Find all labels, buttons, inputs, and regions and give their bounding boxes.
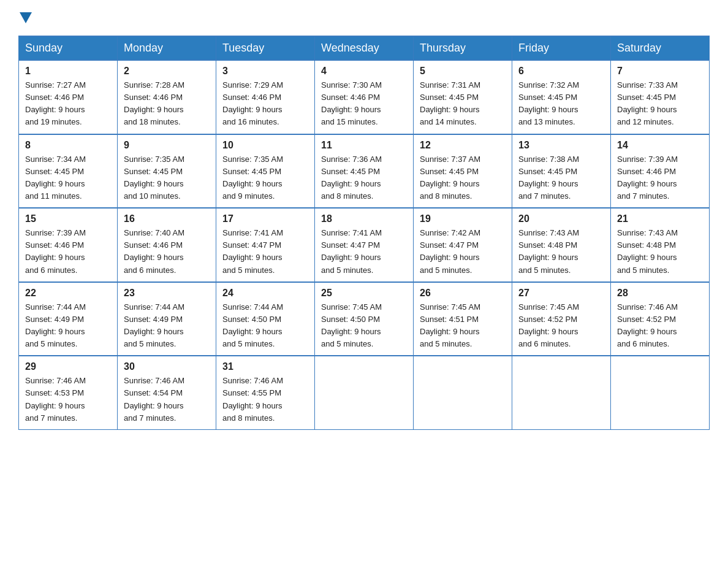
day-number: 17 [222, 213, 308, 224]
calendar-cell: 23 Sunrise: 7:44 AMSunset: 4:49 PMDaylig… [118, 282, 216, 356]
calendar-cell: 19 Sunrise: 7:42 AMSunset: 4:47 PMDaylig… [414, 208, 512, 282]
calendar-header-wednesday: Wednesday [315, 36, 414, 60]
calendar-cell: 11 Sunrise: 7:36 AMSunset: 4:45 PMDaylig… [315, 134, 414, 209]
logo-arrow-icon [20, 12, 32, 23]
calendar-cell: 5 Sunrise: 7:31 AMSunset: 4:45 PMDayligh… [414, 60, 512, 134]
calendar-cell: 27 Sunrise: 7:45 AMSunset: 4:52 PMDaylig… [512, 282, 611, 356]
day-info: Sunrise: 7:43 AMSunset: 4:48 PMDaylight:… [518, 227, 604, 277]
calendar-header-friday: Friday [512, 36, 611, 60]
day-info: Sunrise: 7:46 AMSunset: 4:54 PMDaylight:… [124, 375, 210, 424]
calendar-cell: 30 Sunrise: 7:46 AMSunset: 4:54 PMDaylig… [118, 356, 216, 429]
calendar-cell: 2 Sunrise: 7:28 AMSunset: 4:46 PMDayligh… [118, 60, 216, 134]
calendar-cell: 9 Sunrise: 7:35 AMSunset: 4:45 PMDayligh… [118, 134, 216, 209]
day-info: Sunrise: 7:43 AMSunset: 4:48 PMDaylight:… [617, 227, 703, 277]
calendar-week-row: 1 Sunrise: 7:27 AMSunset: 4:46 PMDayligh… [19, 60, 710, 134]
calendar-cell: 16 Sunrise: 7:40 AMSunset: 4:46 PMDaylig… [118, 208, 216, 282]
day-info: Sunrise: 7:35 AMSunset: 4:45 PMDaylight:… [222, 153, 308, 203]
day-number: 31 [222, 361, 308, 372]
day-info: Sunrise: 7:45 AMSunset: 4:51 PMDaylight:… [420, 301, 506, 351]
day-info: Sunrise: 7:31 AMSunset: 4:45 PMDaylight:… [420, 79, 506, 129]
day-info: Sunrise: 7:44 AMSunset: 4:50 PMDaylight:… [222, 301, 308, 351]
day-info: Sunrise: 7:38 AMSunset: 4:45 PMDaylight:… [518, 153, 604, 203]
day-number: 30 [124, 361, 210, 372]
day-info: Sunrise: 7:35 AMSunset: 4:45 PMDaylight:… [124, 153, 210, 203]
day-number: 13 [518, 140, 604, 151]
calendar-header-row: SundayMondayTuesdayWednesdayThursdayFrid… [19, 36, 710, 60]
calendar-cell [512, 356, 611, 429]
day-number: 8 [25, 140, 111, 151]
day-number: 19 [420, 213, 506, 224]
calendar-cell [611, 356, 710, 429]
day-info: Sunrise: 7:28 AMSunset: 4:46 PMDaylight:… [124, 79, 210, 129]
day-info: Sunrise: 7:46 AMSunset: 4:55 PMDaylight:… [222, 375, 308, 424]
day-number: 2 [124, 66, 210, 77]
day-number: 23 [124, 288, 210, 299]
day-info: Sunrise: 7:30 AMSunset: 4:46 PMDaylight:… [321, 79, 407, 129]
day-info: Sunrise: 7:39 AMSunset: 4:46 PMDaylight:… [617, 153, 703, 203]
day-number: 7 [617, 66, 703, 77]
day-info: Sunrise: 7:32 AMSunset: 4:45 PMDaylight:… [518, 79, 604, 129]
calendar-header-monday: Monday [118, 36, 216, 60]
day-info: Sunrise: 7:42 AMSunset: 4:47 PMDaylight:… [420, 227, 506, 277]
day-number: 5 [420, 66, 506, 77]
day-number: 4 [321, 66, 407, 77]
day-number: 12 [420, 140, 506, 151]
day-number: 28 [617, 288, 703, 299]
day-info: Sunrise: 7:40 AMSunset: 4:46 PMDaylight:… [124, 227, 210, 277]
day-number: 27 [518, 288, 604, 299]
calendar-cell: 12 Sunrise: 7:37 AMSunset: 4:45 PMDaylig… [414, 134, 512, 209]
calendar-week-row: 8 Sunrise: 7:34 AMSunset: 4:45 PMDayligh… [19, 134, 710, 209]
day-number: 10 [222, 140, 308, 151]
day-number: 20 [518, 213, 604, 224]
day-number: 25 [321, 288, 407, 299]
day-info: Sunrise: 7:37 AMSunset: 4:45 PMDaylight:… [420, 153, 506, 203]
day-number: 6 [518, 66, 604, 77]
calendar-cell: 10 Sunrise: 7:35 AMSunset: 4:45 PMDaylig… [216, 134, 315, 209]
calendar-cell: 18 Sunrise: 7:41 AMSunset: 4:47 PMDaylig… [315, 208, 414, 282]
calendar-cell: 25 Sunrise: 7:45 AMSunset: 4:50 PMDaylig… [315, 282, 414, 356]
calendar-cell: 26 Sunrise: 7:45 AMSunset: 4:51 PMDaylig… [414, 282, 512, 356]
calendar-cell: 14 Sunrise: 7:39 AMSunset: 4:46 PMDaylig… [611, 134, 710, 209]
day-number: 11 [321, 140, 407, 151]
day-info: Sunrise: 7:44 AMSunset: 4:49 PMDaylight:… [124, 301, 210, 351]
calendar-cell: 7 Sunrise: 7:33 AMSunset: 4:45 PMDayligh… [611, 60, 710, 134]
calendar-cell: 20 Sunrise: 7:43 AMSunset: 4:48 PMDaylig… [512, 208, 611, 282]
page-header [18, 12, 710, 25]
calendar-header-saturday: Saturday [611, 36, 710, 60]
day-info: Sunrise: 7:46 AMSunset: 4:52 PMDaylight:… [617, 301, 703, 351]
calendar-cell: 28 Sunrise: 7:46 AMSunset: 4:52 PMDaylig… [611, 282, 710, 356]
day-info: Sunrise: 7:41 AMSunset: 4:47 PMDaylight:… [222, 227, 308, 277]
calendar-cell: 24 Sunrise: 7:44 AMSunset: 4:50 PMDaylig… [216, 282, 315, 356]
calendar-cell: 17 Sunrise: 7:41 AMSunset: 4:47 PMDaylig… [216, 208, 315, 282]
day-number: 9 [124, 140, 210, 151]
calendar-cell: 13 Sunrise: 7:38 AMSunset: 4:45 PMDaylig… [512, 134, 611, 209]
calendar-cell: 1 Sunrise: 7:27 AMSunset: 4:46 PMDayligh… [19, 60, 118, 134]
day-number: 16 [124, 213, 210, 224]
calendar-cell: 21 Sunrise: 7:43 AMSunset: 4:48 PMDaylig… [611, 208, 710, 282]
calendar-header-sunday: Sunday [19, 36, 118, 60]
calendar-cell: 3 Sunrise: 7:29 AMSunset: 4:46 PMDayligh… [216, 60, 315, 134]
day-number: 1 [25, 66, 111, 77]
day-number: 15 [25, 213, 111, 224]
day-info: Sunrise: 7:46 AMSunset: 4:53 PMDaylight:… [25, 375, 111, 424]
calendar-cell: 6 Sunrise: 7:32 AMSunset: 4:45 PMDayligh… [512, 60, 611, 134]
calendar-header-tuesday: Tuesday [216, 36, 315, 60]
day-info: Sunrise: 7:33 AMSunset: 4:45 PMDaylight:… [617, 79, 703, 129]
calendar-cell: 15 Sunrise: 7:39 AMSunset: 4:46 PMDaylig… [19, 208, 118, 282]
calendar-cell: 4 Sunrise: 7:30 AMSunset: 4:46 PMDayligh… [315, 60, 414, 134]
calendar-cell [315, 356, 414, 429]
day-info: Sunrise: 7:34 AMSunset: 4:45 PMDaylight:… [25, 153, 111, 203]
calendar-cell [414, 356, 512, 429]
day-info: Sunrise: 7:36 AMSunset: 4:45 PMDaylight:… [321, 153, 407, 203]
calendar-cell: 29 Sunrise: 7:46 AMSunset: 4:53 PMDaylig… [19, 356, 118, 429]
day-number: 26 [420, 288, 506, 299]
day-number: 24 [222, 288, 308, 299]
day-info: Sunrise: 7:41 AMSunset: 4:47 PMDaylight:… [321, 227, 407, 277]
calendar-header-thursday: Thursday [414, 36, 512, 60]
day-number: 29 [25, 361, 111, 372]
calendar-cell: 8 Sunrise: 7:34 AMSunset: 4:45 PMDayligh… [19, 134, 118, 209]
logo [18, 12, 33, 25]
calendar-week-row: 29 Sunrise: 7:46 AMSunset: 4:53 PMDaylig… [19, 356, 710, 429]
day-info: Sunrise: 7:39 AMSunset: 4:46 PMDaylight:… [25, 227, 111, 277]
day-number: 18 [321, 213, 407, 224]
